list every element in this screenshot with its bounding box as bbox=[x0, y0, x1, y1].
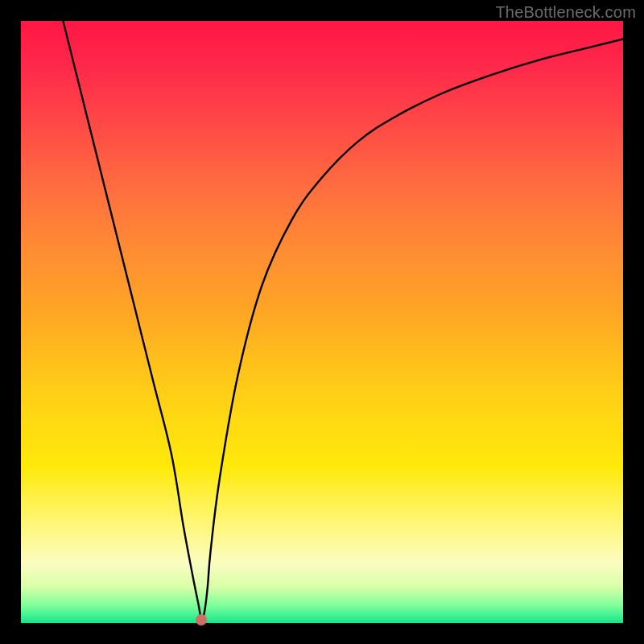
bottleneck-curve bbox=[63, 21, 623, 620]
optimal-point-marker bbox=[196, 614, 207, 625]
watermark-text: TheBottleneck.com bbox=[495, 3, 636, 22]
curve-svg bbox=[21, 21, 623, 623]
chart-frame bbox=[21, 21, 623, 623]
